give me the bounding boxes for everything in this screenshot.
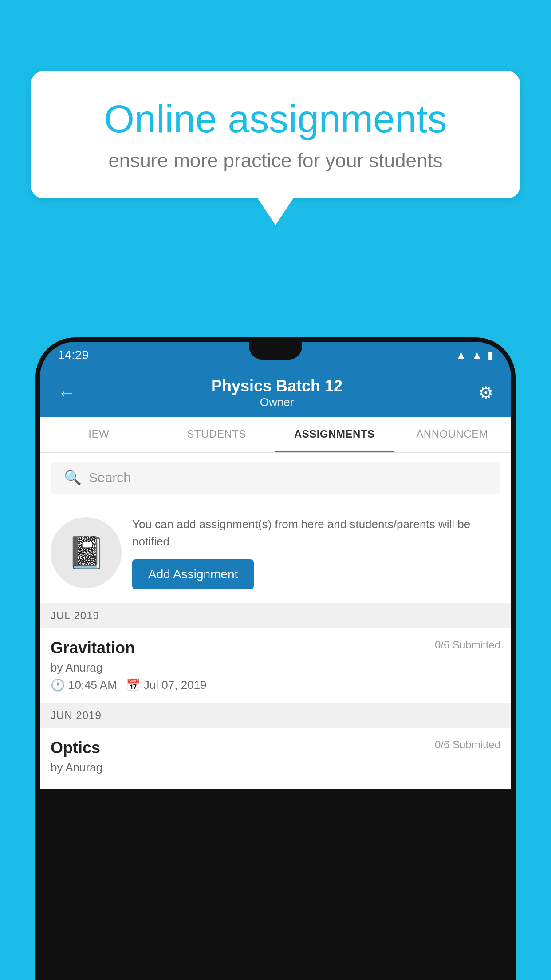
assignment-time: 🕐 10:45 AM [51,678,117,692]
signal-icon: ▲ [472,349,482,361]
section-header-jul: JUL 2019 [40,603,511,628]
assignment-time-value: 10:45 AM [68,678,117,692]
settings-button[interactable]: ⚙ [474,379,498,407]
promo-description: You can add assignment(s) from here and … [132,516,500,550]
back-button[interactable]: ← [53,379,80,407]
assignment-name-optics: Optics [51,739,100,757]
notebook-icon: 📓 [67,534,106,571]
assignment-row-top-optics: Optics 0/6 Submitted [51,739,500,757]
promo-icon-circle: 📓 [51,517,122,588]
tabs-bar: IEW STUDENTS ASSIGNMENTS ANNOUNCEM [40,417,511,453]
phone-frame: 14:29 ▲ ▲ ▮ ← Physics Batch 12 Owner ⚙ I… [35,337,516,980]
status-icons: ▲ ▲ ▮ [456,349,493,361]
tab-assignments[interactable]: ASSIGNMENTS [276,417,394,452]
assignment-submitted-gravitation: 0/6 Submitted [435,639,500,651]
add-assignment-button[interactable]: Add Assignment [132,559,254,589]
assignment-name-gravitation: Gravitation [51,639,135,657]
promo-text-area: You can add assignment(s) from here and … [132,516,500,589]
search-bar: 🔍 Search [40,453,511,502]
phone-inner: 14:29 ▲ ▲ ▮ ← Physics Batch 12 Owner ⚙ I… [40,342,511,980]
tab-students[interactable]: STUDENTS [158,417,276,452]
section-label-jul: JUL 2019 [51,609,99,621]
wifi-icon: ▲ [456,349,466,361]
speech-bubble-subtitle: ensure more practice for your students [62,150,489,172]
status-time: 14:29 [58,348,89,362]
app-bar-title-container: Physics Batch 12 Owner [80,377,474,409]
assignment-row-top: Gravitation 0/6 Submitted [51,639,500,657]
app-bar-title: Physics Batch 12 [80,377,474,395]
assignment-submitted-optics: 0/6 Submitted [435,739,500,751]
tab-announcements[interactable]: ANNOUNCEM [394,417,512,452]
assignment-date: 📅 Jul 07, 2019 [126,678,207,692]
assignment-date-value: Jul 07, 2019 [144,678,207,692]
speech-bubble-container: Online assignments ensure more practice … [31,71,520,225]
speech-bubble-title: Online assignments [62,98,489,141]
assignment-time-date-gravitation: 🕐 10:45 AM 📅 Jul 07, 2019 [51,678,500,692]
section-header-jun: JUN 2019 [40,703,511,728]
search-placeholder-text: Search [89,470,131,485]
section-label-jun: JUN 2019 [51,709,102,721]
status-bar: 14:29 ▲ ▲ ▮ [40,342,511,368]
speech-bubble-arrow [258,198,293,225]
battery-icon: ▮ [488,349,493,361]
assignment-item-optics[interactable]: Optics 0/6 Submitted by Anurag [40,728,511,789]
screen-content: 🔍 Search 📓 You can add assignment(s) fro… [40,453,511,789]
promo-section: 📓 You can add assignment(s) from here an… [40,502,511,603]
assignment-meta-optics: by Anurag [51,761,500,775]
calendar-icon: 📅 [126,678,140,692]
app-bar: ← Physics Batch 12 Owner ⚙ [40,368,511,417]
speech-bubble: Online assignments ensure more practice … [31,71,520,198]
clock-icon: 🕐 [51,678,65,692]
app-bar-subtitle: Owner [80,395,474,409]
search-icon: 🔍 [64,469,82,486]
search-input[interactable]: 🔍 Search [51,462,500,494]
tab-iew[interactable]: IEW [40,417,158,452]
assignment-item-gravitation[interactable]: Gravitation 0/6 Submitted by Anurag 🕐 10… [40,628,511,703]
assignment-meta-gravitation: by Anurag [51,661,500,675]
notch [249,342,302,360]
